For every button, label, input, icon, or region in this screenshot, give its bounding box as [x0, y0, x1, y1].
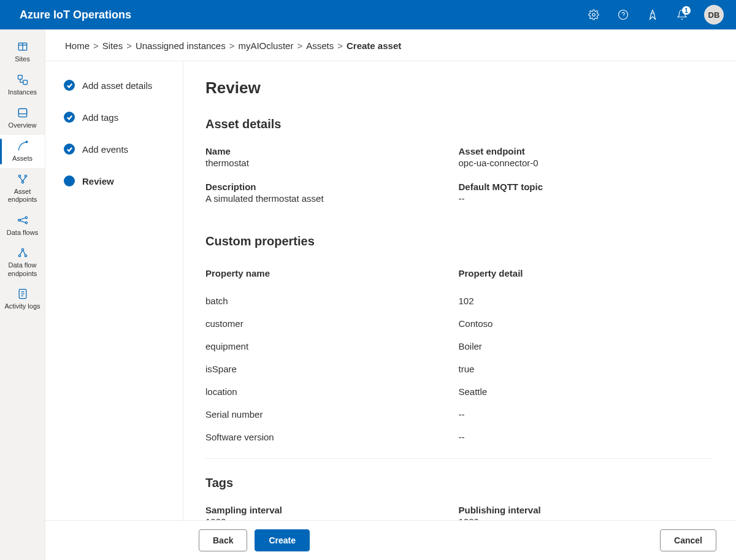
notifications-icon[interactable]: 1 — [670, 2, 694, 27]
step-review[interactable]: Review — [64, 175, 171, 186]
step-label: Add tags — [82, 112, 118, 123]
mqtt-value: -- — [459, 193, 700, 204]
breadcrumb: Home> Sites> Unassigned instances> myAIO… — [45, 29, 736, 61]
table-row: locationSeattle — [205, 380, 711, 403]
svg-line-16 — [20, 177, 23, 182]
section-tags: Tags — [205, 476, 711, 490]
crumb-unassigned[interactable]: Unassigned instances — [136, 40, 226, 51]
cancel-button[interactable]: Cancel — [660, 529, 716, 551]
step-add-events[interactable]: Add events — [64, 144, 171, 155]
svg-rect-10 — [18, 109, 26, 117]
app-header: Azure IoT Operations 1 DB — [0, 0, 736, 29]
step-label: Add asset details — [82, 80, 152, 91]
name-label: Name — [205, 146, 447, 156]
help-icon[interactable] — [611, 2, 635, 27]
svg-line-22 — [20, 221, 25, 223]
settings-icon[interactable] — [581, 2, 606, 27]
svg-rect-7 — [23, 80, 27, 85]
sampling-label: Sampling interval — [205, 505, 447, 515]
crumb-sites[interactable]: Sites — [102, 40, 123, 51]
check-icon — [64, 80, 75, 91]
page-heading: Review — [205, 79, 711, 98]
col-property-detail: Property detail — [459, 263, 712, 290]
table-row: Software version-- — [205, 426, 711, 448]
step-label: Add events — [82, 144, 128, 155]
crumb-cluster[interactable]: myAIOcluster — [238, 40, 293, 51]
svg-point-15 — [21, 181, 23, 183]
svg-rect-6 — [18, 75, 22, 80]
svg-point-18 — [18, 219, 20, 221]
wizard-footer: Back Create Cancel — [45, 520, 736, 560]
table-row: batch102 — [205, 290, 711, 312]
main-content: Home> Sites> Unassigned instances> myAIO… — [45, 29, 736, 560]
svg-point-19 — [25, 217, 27, 218]
svg-point-12 — [26, 141, 27, 143]
step-add-asset-details[interactable]: Add asset details — [64, 80, 171, 91]
crumb-assets[interactable]: Assets — [306, 40, 334, 51]
check-icon — [64, 112, 75, 123]
header-actions: 1 DB — [581, 2, 724, 27]
svg-rect-11 — [18, 109, 26, 114]
nav-data-flow-endpoints[interactable]: Data flow endpoints — [0, 242, 45, 282]
nav-data-flows[interactable]: Data flows — [0, 209, 45, 242]
endpoint-value: opc-ua-connector-0 — [459, 158, 700, 168]
nav-instances[interactable]: Instances — [0, 69, 45, 102]
svg-point-0 — [592, 13, 596, 17]
back-button[interactable]: Back — [199, 529, 247, 551]
description-label: Description — [205, 182, 447, 192]
notification-badge: 1 — [682, 6, 691, 15]
publishing-value: 1000 — [459, 516, 700, 520]
table-row: equipmentBoiler — [205, 335, 711, 358]
col-property-name: Property name — [205, 263, 459, 290]
table-row: customerContoso — [205, 312, 711, 335]
nav-overview[interactable]: Overview — [0, 102, 45, 135]
mqtt-label: Default MQTT topic — [459, 182, 700, 192]
name-value: thermostat — [205, 158, 447, 168]
step-label: Review — [82, 176, 114, 186]
svg-line-27 — [23, 251, 25, 255]
divider — [205, 458, 711, 459]
nav-sites[interactable]: Sites — [0, 36, 45, 69]
section-asset-details: Asset details — [205, 117, 711, 131]
nav-activity-logs[interactable]: Activity logs — [0, 283, 45, 316]
table-row: isSparetrue — [205, 358, 711, 380]
svg-point-14 — [25, 175, 26, 177]
endpoint-label: Asset endpoint — [459, 146, 700, 156]
svg-point-23 — [21, 249, 23, 251]
svg-point-24 — [18, 255, 20, 257]
svg-line-26 — [20, 251, 21, 255]
publishing-label: Publishing interval — [459, 505, 700, 515]
feedback-icon[interactable] — [640, 2, 665, 27]
crumb-current: Create asset — [347, 40, 401, 51]
svg-point-25 — [25, 255, 26, 257]
crumb-home[interactable]: Home — [65, 40, 90, 51]
wizard-steps: Add asset details Add tags Add events Re… — [45, 61, 183, 520]
step-add-tags[interactable]: Add tags — [64, 112, 171, 123]
svg-line-21 — [20, 218, 25, 220]
custom-properties-table: Property name Property detail batch102 c… — [205, 263, 711, 448]
left-nav: Sites Instances Overview Assets Asset en… — [0, 29, 45, 560]
table-row: Serial number-- — [205, 403, 711, 426]
description-value: A simulated thermostat asset — [205, 193, 447, 204]
svg-point-1 — [619, 10, 628, 20]
review-panel: Review Asset details Name thermostat Ass… — [183, 61, 736, 520]
nav-asset-endpoints[interactable]: Asset endpoints — [0, 168, 45, 209]
sampling-value: 1000 — [205, 516, 447, 520]
current-step-icon — [64, 175, 75, 186]
create-button[interactable]: Create — [255, 529, 310, 551]
nav-assets[interactable]: Assets — [0, 135, 45, 168]
svg-point-20 — [25, 221, 27, 223]
svg-point-13 — [18, 175, 20, 177]
check-icon — [64, 144, 75, 155]
svg-line-17 — [23, 177, 26, 182]
user-avatar[interactable]: DB — [704, 5, 724, 25]
section-custom-properties: Custom properties — [205, 234, 711, 248]
app-title: Azure IoT Operations — [20, 9, 581, 21]
